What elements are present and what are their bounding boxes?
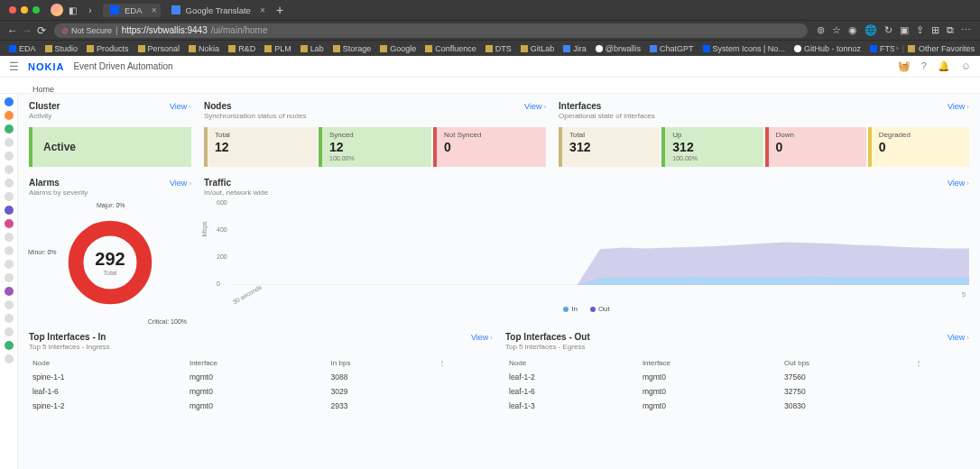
browser-tab[interactable]: EDA× <box>103 4 161 17</box>
ext5-icon[interactable]: ⇪ <box>916 24 924 36</box>
table-row[interactable]: leaf-1-2mgmt037560 <box>505 370 969 384</box>
stat-box: Total312 <box>559 127 660 167</box>
traffic-view-link[interactable]: View › <box>948 179 969 188</box>
bookmark-item[interactable]: Google <box>376 44 420 53</box>
table-row[interactable]: leaf-1-6mgmt03029 <box>29 384 493 399</box>
basket-icon[interactable]: 🧺 <box>898 60 911 72</box>
table-menu-icon[interactable]: ⋮ <box>911 356 969 370</box>
bookmark-item[interactable]: GitHub - tonnoz <box>790 44 864 53</box>
rail-item[interactable] <box>5 246 14 255</box>
rail-item[interactable] <box>5 354 14 363</box>
bookmark-overflow-icon[interactable]: › <box>896 44 899 52</box>
ext6-icon[interactable]: ⊞ <box>931 24 939 36</box>
star-icon[interactable]: ☆ <box>832 24 841 36</box>
bookmark-item[interactable]: Nokia <box>185 44 223 53</box>
rail-item[interactable] <box>5 97 14 106</box>
top-in-view-link[interactable]: View › <box>471 333 493 342</box>
bookmark-item[interactable]: System Icons | No... <box>699 44 789 53</box>
bookmark-item[interactable]: R&D <box>225 44 259 53</box>
bookmark-item[interactable]: Products <box>83 44 133 53</box>
user-icon[interactable]: ☺ <box>961 60 971 72</box>
browser-tab[interactable]: Google Translate× <box>164 4 269 17</box>
bookmark-item[interactable]: Confluence <box>421 44 480 53</box>
reload-button[interactable]: ⟳ <box>34 24 49 37</box>
rail-item[interactable] <box>5 300 14 309</box>
rail-item[interactable] <box>5 341 14 350</box>
interfaces-view-link[interactable]: View › <box>948 102 969 111</box>
table-cell: 30830 <box>781 399 911 413</box>
rail-item[interactable] <box>5 111 14 120</box>
bookmark-item[interactable]: Lab <box>297 44 328 53</box>
bookmark-item[interactable]: GitLab <box>517 44 559 53</box>
ext4-icon[interactable]: ▣ <box>900 24 909 36</box>
bookmark-item[interactable]: DTS <box>482 44 515 53</box>
bookmark-label: Jira <box>573 44 587 53</box>
rail-item[interactable] <box>5 138 14 147</box>
rail-item[interactable] <box>5 314 14 323</box>
table-row[interactable]: leaf-1-6mgmt032750 <box>505 384 969 399</box>
ext7-icon[interactable]: ⧉ <box>947 24 954 36</box>
bell-icon[interactable]: 🔔 <box>938 60 950 72</box>
top-in-title: Top Interfaces - In <box>29 332 110 342</box>
bookmark-item[interactable]: PLM <box>261 44 295 53</box>
stat-label: Total <box>215 131 310 139</box>
ext3-icon[interactable]: ↻ <box>884 24 892 36</box>
arrow-icon[interactable]: › <box>85 5 96 15</box>
rail-item[interactable] <box>5 260 14 269</box>
rail-item[interactable] <box>5 124 14 133</box>
safe-icon[interactable]: ⊚ <box>817 24 825 36</box>
alarm-major-label: Major: 0% <box>97 202 125 208</box>
table-menu-icon[interactable]: ⋮ <box>435 356 493 370</box>
bookmark-separator: | <box>902 44 904 53</box>
alarms-view-link[interactable]: View › <box>170 179 191 188</box>
profile-avatar[interactable] <box>51 4 63 16</box>
url-input[interactable]: ⊘Not Secure | https://svbwallis:9443/ui/… <box>54 23 808 38</box>
bookmark-label: EDA <box>19 44 36 53</box>
table-cell: 3029 <box>328 384 435 399</box>
ext2-icon[interactable]: 🌐 <box>864 24 877 36</box>
bookmark-item[interactable]: EDA <box>5 44 40 53</box>
back-button[interactable]: ← <box>5 24 20 37</box>
bookmark-item[interactable]: Jira <box>559 44 590 53</box>
bookmark-item[interactable]: FTS - no h/w <box>866 44 894 53</box>
y-tick-200: 200 <box>217 253 227 260</box>
window-min-icon[interactable] <box>21 6 28 14</box>
bookmark-item[interactable]: Studio <box>42 44 82 53</box>
bookmark-item[interactable]: Storage <box>329 44 375 53</box>
table-row[interactable]: leaf-1-3mgmt030830 <box>505 399 969 413</box>
breadcrumb[interactable]: Home <box>32 85 54 94</box>
nodes-view-link[interactable]: View › <box>524 102 546 111</box>
rail-item[interactable] <box>5 327 14 336</box>
tab-close-icon[interactable]: × <box>152 5 157 15</box>
window-max-icon[interactable] <box>32 6 40 14</box>
legend-in: In <box>563 305 578 313</box>
rail-item[interactable] <box>5 273 14 282</box>
new-tab-button[interactable]: + <box>276 3 283 17</box>
window-close-icon[interactable] <box>9 6 16 14</box>
ext1-icon[interactable]: ◉ <box>848 24 857 36</box>
rail-item[interactable] <box>5 233 14 242</box>
menu-icon[interactable]: ⋯ <box>961 24 971 36</box>
bookmark-item[interactable]: @brwallis <box>592 44 644 53</box>
cluster-view-link[interactable]: View › <box>170 102 191 111</box>
help-icon[interactable]: ? <box>921 60 927 72</box>
hamburger-icon[interactable]: ☰ <box>9 60 19 73</box>
other-favorites[interactable]: Other Favorites <box>919 44 975 53</box>
bookmark-label: Products <box>97 44 129 53</box>
tab-close-icon[interactable]: × <box>260 5 265 15</box>
bookmark-item[interactable]: Personal <box>134 44 184 53</box>
rail-item[interactable] <box>5 206 14 215</box>
bookmark-bar: EDAStudioProductsPersonalNokiaR&DPLMLabS… <box>0 40 980 56</box>
table-row[interactable]: spine-1-2mgmt02933 <box>29 399 493 413</box>
rail-item[interactable] <box>5 179 14 188</box>
rail-item[interactable] <box>5 192 14 201</box>
rail-item[interactable] <box>5 165 14 174</box>
bookmark-item[interactable]: ChatGPT <box>646 44 698 53</box>
rail-item[interactable] <box>5 152 14 161</box>
rail-item[interactable] <box>5 287 14 296</box>
sidebar-toggle-icon[interactable]: ◧ <box>67 5 78 15</box>
top-out-view-link[interactable]: View › <box>948 333 969 342</box>
forward-button[interactable]: → <box>20 24 34 37</box>
table-row[interactable]: spine-1-1mgmt03088 <box>29 370 493 384</box>
rail-item[interactable] <box>5 219 14 228</box>
